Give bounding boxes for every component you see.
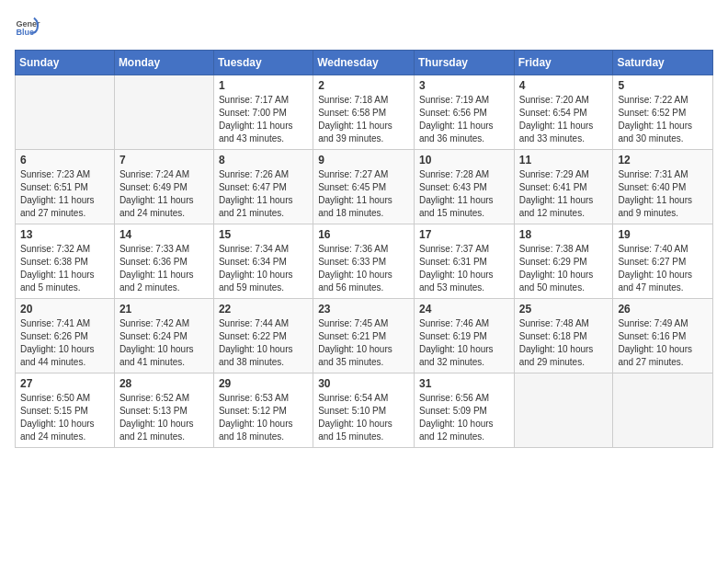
day-detail: Sunrise: 6:56 AMSunset: 5:09 PMDaylight:… bbox=[419, 392, 509, 443]
day-detail: Sunrise: 7:34 AMSunset: 6:34 PMDaylight:… bbox=[219, 243, 308, 294]
calendar-cell bbox=[514, 373, 613, 448]
day-detail: Sunrise: 7:17 AMSunset: 7:00 PMDaylight:… bbox=[219, 94, 308, 145]
day-detail: Sunrise: 6:52 AMSunset: 5:13 PMDaylight:… bbox=[119, 392, 209, 443]
day-detail: Sunrise: 7:46 AMSunset: 6:19 PMDaylight:… bbox=[419, 317, 509, 369]
calendar-cell bbox=[16, 75, 115, 150]
day-number: 12 bbox=[618, 154, 708, 167]
column-header-monday: Monday bbox=[114, 51, 213, 75]
day-number: 17 bbox=[419, 228, 509, 241]
column-header-saturday: Saturday bbox=[613, 51, 713, 75]
day-number: 28 bbox=[119, 377, 209, 390]
calendar-cell: 23Sunrise: 7:45 AMSunset: 6:21 PMDayligh… bbox=[313, 299, 415, 373]
day-number: 13 bbox=[20, 228, 109, 241]
day-number: 29 bbox=[219, 377, 308, 390]
column-header-wednesday: Wednesday bbox=[313, 51, 415, 75]
day-number: 14 bbox=[119, 228, 209, 241]
day-detail: Sunrise: 7:22 AMSunset: 6:52 PMDaylight:… bbox=[618, 94, 708, 145]
day-detail: Sunrise: 7:48 AMSunset: 6:18 PMDaylight:… bbox=[519, 317, 609, 369]
day-detail: Sunrise: 7:45 AMSunset: 6:21 PMDaylight:… bbox=[318, 317, 409, 369]
calendar-cell: 10Sunrise: 7:28 AMSunset: 6:43 PMDayligh… bbox=[414, 150, 514, 224]
calendar-cell: 1Sunrise: 7:17 AMSunset: 7:00 PMDaylight… bbox=[213, 75, 313, 150]
day-number: 18 bbox=[519, 228, 609, 241]
day-detail: Sunrise: 7:38 AMSunset: 6:29 PMDaylight:… bbox=[519, 243, 609, 294]
calendar-cell: 15Sunrise: 7:34 AMSunset: 6:34 PMDayligh… bbox=[213, 224, 313, 299]
day-detail: Sunrise: 6:50 AMSunset: 5:15 PMDaylight:… bbox=[20, 392, 109, 443]
day-detail: Sunrise: 6:53 AMSunset: 5:12 PMDaylight:… bbox=[219, 392, 308, 443]
day-detail: Sunrise: 7:24 AMSunset: 6:49 PMDaylight:… bbox=[119, 168, 209, 220]
day-number: 10 bbox=[419, 154, 509, 167]
calendar-cell: 4Sunrise: 7:20 AMSunset: 6:54 PMDaylight… bbox=[514, 75, 613, 150]
day-detail: Sunrise: 7:28 AMSunset: 6:43 PMDaylight:… bbox=[419, 168, 509, 220]
logo: General Blue bbox=[15, 15, 40, 40]
calendar-cell: 7Sunrise: 7:24 AMSunset: 6:49 PMDaylight… bbox=[114, 150, 213, 224]
calendar-cell: 9Sunrise: 7:27 AMSunset: 6:45 PMDaylight… bbox=[313, 150, 415, 224]
day-number: 1 bbox=[219, 79, 308, 92]
day-number: 21 bbox=[119, 303, 209, 316]
calendar-cell: 21Sunrise: 7:42 AMSunset: 6:24 PMDayligh… bbox=[114, 299, 213, 373]
day-number: 7 bbox=[119, 154, 209, 167]
day-number: 26 bbox=[618, 303, 708, 316]
calendar-cell: 28Sunrise: 6:52 AMSunset: 5:13 PMDayligh… bbox=[114, 373, 213, 448]
day-number: 9 bbox=[318, 154, 409, 167]
day-detail: Sunrise: 7:27 AMSunset: 6:45 PMDaylight:… bbox=[318, 168, 409, 220]
day-number: 30 bbox=[318, 377, 409, 390]
day-detail: Sunrise: 7:40 AMSunset: 6:27 PMDaylight:… bbox=[618, 243, 708, 294]
calendar-cell: 31Sunrise: 6:56 AMSunset: 5:09 PMDayligh… bbox=[414, 373, 514, 448]
day-detail: Sunrise: 7:23 AMSunset: 6:51 PMDaylight:… bbox=[20, 168, 109, 220]
calendar-cell: 29Sunrise: 6:53 AMSunset: 5:12 PMDayligh… bbox=[213, 373, 313, 448]
day-detail: Sunrise: 6:54 AMSunset: 5:10 PMDaylight:… bbox=[318, 392, 409, 443]
column-header-friday: Friday bbox=[514, 51, 613, 75]
day-number: 8 bbox=[219, 154, 308, 167]
column-header-sunday: Sunday bbox=[16, 51, 115, 75]
calendar-cell: 25Sunrise: 7:48 AMSunset: 6:18 PMDayligh… bbox=[514, 299, 613, 373]
day-number: 27 bbox=[20, 377, 109, 390]
calendar-cell: 3Sunrise: 7:19 AMSunset: 6:56 PMDaylight… bbox=[414, 75, 514, 150]
day-number: 11 bbox=[519, 154, 609, 167]
calendar-cell: 19Sunrise: 7:40 AMSunset: 6:27 PMDayligh… bbox=[613, 224, 713, 299]
day-detail: Sunrise: 7:20 AMSunset: 6:54 PMDaylight:… bbox=[519, 94, 609, 145]
calendar-cell: 26Sunrise: 7:49 AMSunset: 6:16 PMDayligh… bbox=[613, 299, 713, 373]
day-number: 19 bbox=[618, 228, 708, 241]
day-number: 5 bbox=[618, 79, 708, 92]
day-detail: Sunrise: 7:37 AMSunset: 6:31 PMDaylight:… bbox=[419, 243, 509, 294]
calendar-cell: 2Sunrise: 7:18 AMSunset: 6:58 PMDaylight… bbox=[313, 75, 415, 150]
calendar-cell: 12Sunrise: 7:31 AMSunset: 6:40 PMDayligh… bbox=[613, 150, 713, 224]
day-number: 15 bbox=[219, 228, 308, 241]
calendar-cell: 20Sunrise: 7:41 AMSunset: 6:26 PMDayligh… bbox=[16, 299, 115, 373]
day-detail: Sunrise: 7:19 AMSunset: 6:56 PMDaylight:… bbox=[419, 94, 509, 145]
day-number: 3 bbox=[419, 79, 509, 92]
calendar-cell: 14Sunrise: 7:33 AMSunset: 6:36 PMDayligh… bbox=[114, 224, 213, 299]
calendar-cell: 5Sunrise: 7:22 AMSunset: 6:52 PMDaylight… bbox=[613, 75, 713, 150]
calendar-cell: 24Sunrise: 7:46 AMSunset: 6:19 PMDayligh… bbox=[414, 299, 514, 373]
day-detail: Sunrise: 7:36 AMSunset: 6:33 PMDaylight:… bbox=[318, 243, 409, 294]
day-detail: Sunrise: 7:32 AMSunset: 6:38 PMDaylight:… bbox=[20, 243, 109, 294]
day-detail: Sunrise: 7:44 AMSunset: 6:22 PMDaylight:… bbox=[219, 317, 308, 369]
day-detail: Sunrise: 7:49 AMSunset: 6:16 PMDaylight:… bbox=[618, 317, 708, 369]
day-number: 31 bbox=[419, 377, 509, 390]
day-number: 4 bbox=[519, 79, 609, 92]
column-header-tuesday: Tuesday bbox=[213, 51, 313, 75]
calendar-cell: 16Sunrise: 7:36 AMSunset: 6:33 PMDayligh… bbox=[313, 224, 415, 299]
day-number: 6 bbox=[20, 154, 109, 167]
day-number: 16 bbox=[318, 228, 409, 241]
calendar-cell: 30Sunrise: 6:54 AMSunset: 5:10 PMDayligh… bbox=[313, 373, 415, 448]
calendar-cell bbox=[613, 373, 713, 448]
calendar-cell bbox=[114, 75, 213, 150]
calendar-cell: 11Sunrise: 7:29 AMSunset: 6:41 PMDayligh… bbox=[514, 150, 613, 224]
calendar-cell: 17Sunrise: 7:37 AMSunset: 6:31 PMDayligh… bbox=[414, 224, 514, 299]
day-detail: Sunrise: 7:18 AMSunset: 6:58 PMDaylight:… bbox=[318, 94, 409, 145]
day-detail: Sunrise: 7:42 AMSunset: 6:24 PMDaylight:… bbox=[119, 317, 209, 369]
day-detail: Sunrise: 7:26 AMSunset: 6:47 PMDaylight:… bbox=[219, 168, 308, 220]
day-number: 23 bbox=[318, 303, 409, 316]
day-detail: Sunrise: 7:41 AMSunset: 6:26 PMDaylight:… bbox=[20, 317, 109, 369]
column-header-thursday: Thursday bbox=[414, 51, 514, 75]
calendar-cell: 6Sunrise: 7:23 AMSunset: 6:51 PMDaylight… bbox=[16, 150, 115, 224]
calendar-cell: 18Sunrise: 7:38 AMSunset: 6:29 PMDayligh… bbox=[514, 224, 613, 299]
calendar-cell: 8Sunrise: 7:26 AMSunset: 6:47 PMDaylight… bbox=[213, 150, 313, 224]
day-detail: Sunrise: 7:33 AMSunset: 6:36 PMDaylight:… bbox=[119, 243, 209, 294]
calendar-cell: 13Sunrise: 7:32 AMSunset: 6:38 PMDayligh… bbox=[16, 224, 115, 299]
calendar-cell: 27Sunrise: 6:50 AMSunset: 5:15 PMDayligh… bbox=[16, 373, 115, 448]
day-number: 20 bbox=[20, 303, 109, 316]
day-detail: Sunrise: 7:31 AMSunset: 6:40 PMDaylight:… bbox=[618, 168, 708, 220]
day-detail: Sunrise: 7:29 AMSunset: 6:41 PMDaylight:… bbox=[519, 168, 609, 220]
